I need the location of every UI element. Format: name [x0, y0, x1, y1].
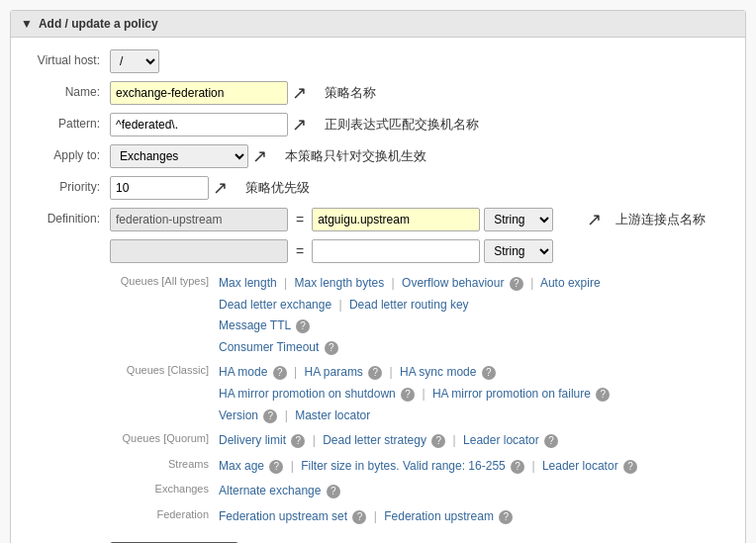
federation-upstream-link[interactable]: Federation upstream — [384, 509, 494, 523]
overflow-help-icon[interactable]: ? — [510, 277, 523, 291]
collapse-icon: ▼ — [21, 17, 33, 31]
name-label: Name: — [21, 81, 110, 99]
max-age-help-icon[interactable]: ? — [269, 460, 283, 474]
definition-key-input[interactable] — [110, 208, 288, 231]
overflow-behaviour-link[interactable]: Overflow behaviour — [402, 276, 504, 290]
delivery-limit-link[interactable]: Delivery limit — [219, 433, 286, 447]
queues-all-line4: Consumer Timeout ? — [219, 340, 338, 354]
alternate-exchange-help-icon[interactable]: ? — [327, 485, 340, 498]
priority-arrow: ↗ — [213, 177, 228, 199]
federation-label: Federation — [110, 506, 219, 520]
definition-value-2-input[interactable] — [312, 239, 480, 263]
ha-mirror-shutdown-help-icon[interactable]: ? — [401, 388, 415, 402]
federation-line1: Federation upstream set ? | Federation u… — [219, 509, 513, 523]
name-arrow: ↗ — [292, 82, 307, 104]
priority-row: Priority: ↗ 策略优先级 — [21, 176, 735, 200]
streams-section: Streams Max age ? | Filter size in bytes… — [110, 456, 735, 478]
queues-all-line2: Dead letter exchange | Dead letter routi… — [219, 298, 469, 312]
apply-to-label: Apply to: — [21, 144, 110, 162]
queues-classic-links: HA mode ? | HA params ? | HA sync mode ?… — [219, 362, 610, 426]
max-length-link[interactable]: Max length — [219, 276, 277, 290]
filter-size-help-icon[interactable]: ? — [511, 460, 524, 474]
priority-label: Priority: — [21, 176, 110, 194]
message-ttl-link[interactable]: Message TTL — [219, 318, 291, 332]
max-age-link[interactable]: Max age — [219, 459, 264, 473]
exchanges-section: Exchanges Alternate exchange ? — [110, 481, 735, 502]
leader-locator-quorum-link[interactable]: Leader locator — [463, 433, 539, 447]
pattern-controls: ↗ 正则表达式匹配交换机名称 — [110, 113, 479, 136]
consumer-timeout-help-icon[interactable]: ? — [325, 341, 338, 355]
priority-input[interactable] — [110, 176, 209, 200]
definition-type-2-select[interactable]: String Number — [484, 239, 553, 263]
ha-sync-mode-help-icon[interactable]: ? — [482, 366, 496, 380]
dead-letter-strategy-help-icon[interactable]: ? — [431, 434, 445, 448]
queues-classic-section: Queues [Classic] HA mode ? | HA params ?… — [110, 362, 735, 426]
apply-to-select[interactable]: Exchanges Queues All — [110, 144, 248, 168]
ha-params-help-icon[interactable]: ? — [368, 366, 382, 380]
ha-mirror-failure-help-icon[interactable]: ? — [596, 388, 610, 402]
policy-options: Queues [All types] Max length | Max leng… — [110, 273, 735, 528]
alternate-exchange-link[interactable]: Alternate exchange — [219, 484, 321, 498]
upstream-arrow: ↗ — [587, 209, 602, 230]
version-link[interactable]: Version — [219, 408, 258, 422]
definition-type-select[interactable]: String Number Boolean List — [484, 208, 553, 231]
streams-label: Streams — [110, 456, 219, 470]
name-input[interactable] — [110, 81, 288, 105]
panel-title: Add / update a policy — [39, 17, 158, 31]
apply-to-controls: Exchanges Queues All ↗ 本策略只针对交换机生效 — [110, 144, 426, 168]
version-help-icon[interactable]: ? — [263, 409, 277, 423]
streams-line1: Max age ? | Filter size in bytes. Valid … — [219, 459, 637, 473]
upstream-annotation: 上游连接点名称 — [615, 211, 706, 228]
federation-upstream-help-icon[interactable]: ? — [499, 510, 513, 524]
panel-header[interactable]: ▼ Add / update a policy — [11, 11, 745, 38]
leader-locator-quorum-help-icon[interactable]: ? — [544, 434, 558, 448]
dead-letter-strategy-link[interactable]: Dead letter strategy — [323, 433, 426, 447]
streams-links: Max age ? | Filter size in bytes. Valid … — [219, 456, 637, 478]
apply-annotation: 本策略只针对交换机生效 — [285, 147, 426, 165]
name-row: Name: ↗ 策略名称 — [21, 81, 735, 105]
panel-body: Virtual host: / Name: ↗ 策略名称 Pattern: ↗ … — [11, 38, 745, 543]
ha-params-link[interactable]: HA params — [305, 365, 363, 379]
definition-equals-2: = — [292, 243, 308, 259]
auto-expire-link[interactable]: Auto expire — [540, 276, 601, 290]
federation-upstream-set-link[interactable]: Federation upstream set — [219, 509, 347, 523]
filter-size-link[interactable]: Filter size in bytes. Valid range: 16-25… — [301, 459, 506, 473]
master-locator-link[interactable]: Master locator — [295, 408, 370, 422]
exchanges-line1: Alternate exchange ? — [219, 484, 340, 498]
definition-row: Definition: = String Number Boolean List… — [21, 208, 735, 263]
queues-classic-line1: HA mode ? | HA params ? | HA sync mode ? — [219, 365, 496, 379]
ha-mode-help-icon[interactable]: ? — [273, 366, 287, 380]
queues-classic-line3: Version ? | Master locator — [219, 408, 370, 422]
definition-row-2: = String Number — [110, 239, 706, 263]
queues-classic-line2: HA mirror promotion on shutdown ? | HA m… — [219, 387, 610, 401]
queues-all-line3: Message TTL ? — [219, 318, 310, 332]
pattern-input[interactable] — [110, 113, 288, 136]
queues-quorum-links: Delivery limit ? | Dead letter strategy … — [219, 430, 558, 452]
consumer-timeout-link[interactable]: Consumer Timeout — [219, 340, 319, 354]
dead-letter-exchange-link[interactable]: Dead letter exchange — [219, 298, 331, 312]
ha-mode-link[interactable]: HA mode — [219, 365, 267, 379]
pattern-label: Pattern: — [21, 113, 110, 131]
ha-mirror-shutdown-link[interactable]: HA mirror promotion on shutdown — [219, 387, 396, 401]
virtual-host-select[interactable]: / — [110, 49, 159, 73]
virtual-host-label: Virtual host: — [21, 49, 110, 67]
ha-sync-mode-link[interactable]: HA sync mode — [400, 365, 476, 379]
queues-all-line1: Max length | Max length bytes | Overflow… — [219, 276, 601, 290]
definition-key-2-input[interactable] — [110, 239, 288, 263]
definition-value-input[interactable] — [312, 208, 480, 231]
queues-quorum-line1: Delivery limit ? | Dead letter strategy … — [219, 433, 558, 447]
queues-classic-label: Queues [Classic] — [110, 362, 219, 376]
max-length-bytes-link[interactable]: Max length bytes — [295, 276, 385, 290]
leader-locator-streams-link[interactable]: Leader locator — [542, 459, 618, 473]
leader-locator-streams-help-icon[interactable]: ? — [623, 460, 637, 474]
queues-all-links: Max length | Max length bytes | Overflow… — [219, 273, 601, 358]
dead-letter-routing-key-link[interactable]: Dead letter routing key — [349, 298, 469, 312]
queues-all-label: Queues [All types] — [110, 273, 219, 287]
ha-mirror-failure-link[interactable]: HA mirror promotion on failure — [432, 387, 591, 401]
federation-upstream-set-help-icon[interactable]: ? — [352, 510, 366, 524]
queues-all-section: Queues [All types] Max length | Max leng… — [110, 273, 735, 358]
message-ttl-help-icon[interactable]: ? — [296, 319, 310, 333]
delivery-limit-help-icon[interactable]: ? — [291, 434, 305, 448]
exchanges-links: Alternate exchange ? — [219, 481, 340, 502]
federation-section: Federation Federation upstream set ? | F… — [110, 506, 735, 528]
